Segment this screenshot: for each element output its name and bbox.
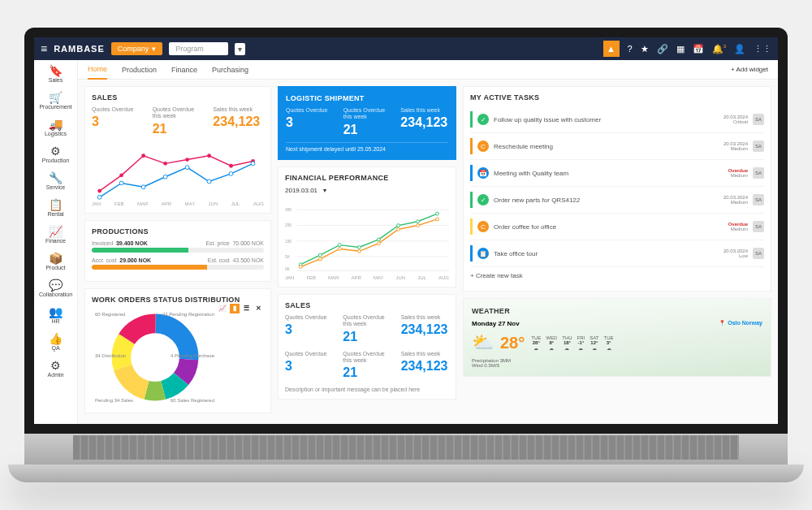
- task-row[interactable]: C Order coffee for office OverdueMedium …: [470, 214, 764, 240]
- sidebar-item-product[interactable]: 📦Product: [34, 248, 77, 274]
- sidebar-item-finance[interactable]: 📈Finance: [34, 221, 77, 248]
- chart-line-icon[interactable]: 📈: [218, 304, 227, 313]
- sun-icon: ⛅: [472, 332, 494, 353]
- priority-indicator: [470, 138, 473, 154]
- kpi: Sales this week234,123: [401, 351, 449, 381]
- bell-icon[interactable]: 🔔3: [712, 44, 726, 54]
- svg-point-34: [318, 253, 322, 257]
- add-widget-button[interactable]: + Add widget: [731, 66, 768, 73]
- sidebar-item-hr[interactable]: 👥HR: [34, 301, 77, 328]
- task-text: Follow up quality issue with customer: [494, 116, 719, 123]
- svg-point-40: [436, 212, 439, 215]
- svg-point-13: [207, 179, 211, 184]
- avatar: SA: [753, 167, 764, 179]
- svg-point-1: [119, 173, 123, 177]
- weather-date: Monday 27 Nov: [472, 320, 520, 327]
- svg-point-47: [417, 223, 420, 227]
- svg-point-8: [97, 195, 102, 199]
- forecast-day: SAT12°☁: [590, 335, 598, 351]
- sidebar-item-sales[interactable]: 🔖Sales: [34, 60, 77, 87]
- service-icon: 🔧: [36, 171, 76, 184]
- search-icon[interactable]: ▾: [235, 43, 245, 55]
- forecast-day: THU18°☁: [562, 335, 572, 351]
- period-dropdown[interactable]: 2019.03.01 ▾: [285, 187, 449, 194]
- help-icon[interactable]: ?: [628, 44, 633, 54]
- tab-home[interactable]: Home: [88, 60, 107, 80]
- sales-card: SALES Quotes Overdue3Quotes Overdue this…: [84, 86, 271, 214]
- calendar-icon[interactable]: 📅: [693, 44, 704, 54]
- sidebar-item-qa[interactable]: 👍QA: [34, 328, 77, 355]
- task-text: Take office tour: [494, 250, 719, 257]
- tab-production[interactable]: Production: [122, 61, 157, 79]
- sidebar-item-logistics[interactable]: 🚚Logistics: [34, 114, 77, 140]
- shipment-card: LOGISTIC SHIPMENT Quotes Overdue3Quotes …: [278, 86, 456, 160]
- productions-card: PRODUCTIONS Invoiced 39.400 NOKEst. pric…: [84, 220, 271, 282]
- svg-text:0K: 0K: [285, 267, 291, 271]
- task-row[interactable]: C Reschedule meeting 20.03.2024Medium SA: [470, 133, 764, 160]
- collaboration-icon: 💬: [36, 279, 76, 292]
- avatar: SA: [753, 114, 764, 125]
- priority-indicator: [470, 111, 473, 128]
- svg-point-38: [397, 223, 400, 227]
- svg-text:5K: 5K: [285, 255, 291, 259]
- svg-text:25K: 25K: [285, 223, 292, 227]
- sidebar-item-production[interactable]: ⚙Production: [34, 140, 77, 167]
- task-text: Meeting with Quality team: [494, 170, 723, 177]
- progress-bar: Invoiced 39.400 NOKEst. price 70.000 NOK: [92, 240, 264, 253]
- task-status-icon: 📋: [477, 248, 489, 259]
- svg-point-45: [378, 242, 381, 245]
- apps-icon[interactable]: ⋮⋮: [754, 44, 771, 54]
- task-status-icon: ✓: [477, 114, 489, 125]
- chart-bar-icon[interactable]: ▮: [230, 304, 240, 313]
- program-input[interactable]: Program: [169, 42, 228, 55]
- svg-point-43: [338, 247, 341, 250]
- sidebar-item-admin[interactable]: ⚙Admin: [34, 355, 77, 382]
- create-task-button[interactable]: + Create new task: [470, 267, 764, 284]
- finance-icon: 📈: [36, 225, 76, 238]
- svg-text:15K: 15K: [285, 240, 292, 244]
- close-icon[interactable]: ✕: [254, 304, 264, 313]
- hr-icon: 👥: [36, 305, 76, 318]
- svg-point-5: [207, 153, 211, 158]
- tab-purchasing[interactable]: Purchasing: [212, 61, 248, 79]
- user-icon[interactable]: 👤: [734, 44, 745, 54]
- weather-location: 📍 Oslo Norway: [719, 320, 762, 327]
- sidebar-item-procurement[interactable]: 🛒Procurement: [34, 87, 77, 114]
- priority-indicator: [470, 218, 473, 235]
- app-logo: RAMBASE: [54, 44, 105, 54]
- menu-icon[interactable]: ≡: [41, 42, 47, 55]
- kpi: Sales this week234,123: [400, 107, 448, 137]
- kpi: Sales this week234,123: [401, 314, 449, 344]
- task-row[interactable]: 📋 Take office tour 20.03.2024Low SA: [470, 240, 764, 267]
- svg-point-44: [357, 249, 361, 253]
- card-title: FINANCIAL PERFORMANCE: [285, 174, 449, 182]
- task-row[interactable]: 📅 Meeting with Quality team OverdueMediu…: [470, 160, 764, 187]
- company-dropdown[interactable]: Company ▾: [111, 42, 163, 55]
- shipment-note: Next shipment delayed until 25.05.2024: [286, 146, 448, 152]
- svg-text:30K: 30K: [285, 208, 292, 212]
- link-icon[interactable]: 🔗: [657, 44, 668, 54]
- task-status-icon: C: [477, 221, 489, 232]
- task-text: Order new parts for QRS4122: [494, 197, 719, 204]
- task-row[interactable]: ✓ Follow up quality issue with customer …: [470, 106, 764, 133]
- task-row[interactable]: ✓ Order new parts for QRS4122 20.03.2024…: [470, 187, 764, 214]
- priority-indicator: [470, 192, 473, 208]
- star-icon[interactable]: ★: [641, 44, 649, 54]
- card-title: SALES: [285, 301, 449, 309]
- tasks-card: MY ACTIVE TASKS ✓ Follow up quality issu…: [463, 86, 771, 292]
- chart-list-icon[interactable]: ☰: [242, 304, 252, 313]
- tab-finance[interactable]: Finance: [171, 61, 197, 79]
- forecast-day: TUE28°☁: [531, 335, 541, 351]
- logistics-icon: 🚚: [36, 118, 76, 131]
- svg-point-4: [185, 158, 189, 162]
- svg-point-48: [436, 218, 439, 221]
- task-text: Reschedule meeting: [494, 143, 719, 150]
- sidebar-item-collaboration[interactable]: 💬Collaboration: [34, 274, 77, 301]
- task-text: Order coffee for office: [494, 223, 723, 231]
- sidebar-item-rental[interactable]: 📋Rental: [34, 194, 77, 221]
- kpi: Quotes Overdue this week21: [343, 314, 391, 344]
- avatar: SA: [753, 194, 764, 205]
- alert-icon[interactable]: ▲: [603, 41, 620, 57]
- grid-icon[interactable]: ▦: [676, 44, 685, 54]
- sidebar-item-service[interactable]: 🔧Service: [34, 167, 77, 194]
